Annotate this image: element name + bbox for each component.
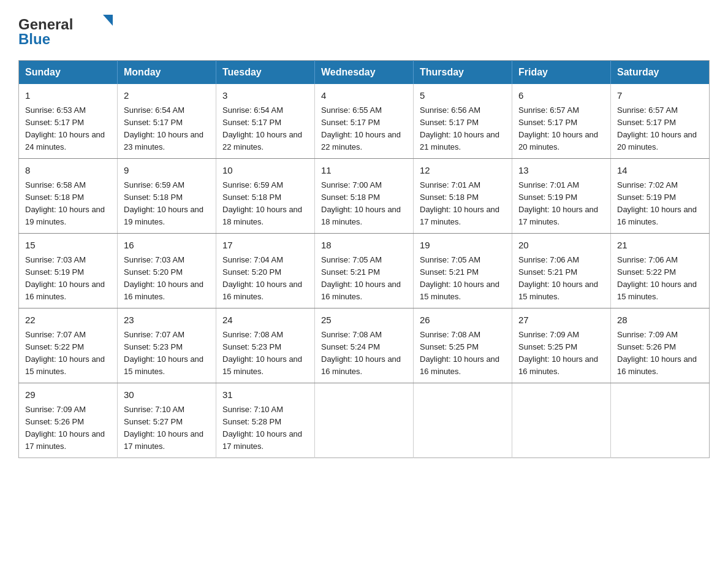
day-number: 6 xyxy=(518,89,604,103)
day-number: 20 xyxy=(518,239,604,253)
day-info: Sunrise: 7:00 AMSunset: 5:18 PMDaylight:… xyxy=(321,180,401,226)
day-info: Sunrise: 7:05 AMSunset: 5:21 PMDaylight:… xyxy=(420,255,499,301)
calendar-week-row: 29Sunrise: 7:09 AMSunset: 5:26 PMDayligh… xyxy=(19,383,710,458)
calendar-cell: 17Sunrise: 7:04 AMSunset: 5:20 PMDayligh… xyxy=(216,234,315,308)
day-info: Sunrise: 6:54 AMSunset: 5:17 PMDaylight:… xyxy=(222,105,302,151)
day-info: Sunrise: 6:53 AMSunset: 5:17 PMDaylight:… xyxy=(25,105,105,151)
calendar-cell: 11Sunrise: 7:00 AMSunset: 5:18 PMDayligh… xyxy=(315,159,414,234)
calendar-cell xyxy=(315,383,414,458)
day-info: Sunrise: 7:03 AMSunset: 5:20 PMDaylight:… xyxy=(124,255,203,301)
logo-svg: General Blue xyxy=(18,12,116,49)
day-info: Sunrise: 6:55 AMSunset: 5:17 PMDaylight:… xyxy=(321,105,401,151)
col-header-friday: Friday xyxy=(512,61,611,85)
col-header-monday: Monday xyxy=(118,61,216,85)
day-number: 15 xyxy=(25,239,111,253)
day-info: Sunrise: 6:57 AMSunset: 5:17 PMDaylight:… xyxy=(518,105,598,151)
calendar-cell: 25Sunrise: 7:08 AMSunset: 5:24 PMDayligh… xyxy=(315,308,414,383)
day-number: 19 xyxy=(420,239,506,253)
calendar-cell: 22Sunrise: 7:07 AMSunset: 5:22 PMDayligh… xyxy=(19,308,118,383)
day-info: Sunrise: 6:54 AMSunset: 5:17 PMDaylight:… xyxy=(124,105,203,151)
calendar-cell: 5Sunrise: 6:56 AMSunset: 5:17 PMDaylight… xyxy=(414,84,512,159)
calendar-cell: 29Sunrise: 7:09 AMSunset: 5:26 PMDayligh… xyxy=(19,383,118,458)
logo: General Blue xyxy=(18,12,116,49)
day-number: 29 xyxy=(25,388,111,402)
svg-text:Blue: Blue xyxy=(18,31,50,47)
day-info: Sunrise: 7:09 AMSunset: 5:26 PMDaylight:… xyxy=(25,405,105,451)
day-number: 27 xyxy=(518,313,604,327)
col-header-thursday: Thursday xyxy=(414,61,512,85)
calendar-cell: 18Sunrise: 7:05 AMSunset: 5:21 PMDayligh… xyxy=(315,234,414,308)
day-number: 28 xyxy=(617,313,703,327)
day-info: Sunrise: 7:08 AMSunset: 5:25 PMDaylight:… xyxy=(420,330,499,376)
calendar-cell: 31Sunrise: 7:10 AMSunset: 5:28 PMDayligh… xyxy=(216,383,315,458)
day-number: 18 xyxy=(321,239,407,253)
day-number: 8 xyxy=(25,164,111,178)
calendar-week-row: 22Sunrise: 7:07 AMSunset: 5:22 PMDayligh… xyxy=(19,308,710,383)
calendar-cell: 6Sunrise: 6:57 AMSunset: 5:17 PMDaylight… xyxy=(512,84,611,159)
calendar-cell: 3Sunrise: 6:54 AMSunset: 5:17 PMDaylight… xyxy=(216,84,315,159)
day-info: Sunrise: 7:03 AMSunset: 5:19 PMDaylight:… xyxy=(25,255,105,301)
day-number: 12 xyxy=(420,164,506,178)
calendar-table: SundayMondayTuesdayWednesdayThursdayFrid… xyxy=(18,60,710,458)
calendar-cell: 23Sunrise: 7:07 AMSunset: 5:23 PMDayligh… xyxy=(118,308,216,383)
svg-text:General: General xyxy=(18,16,73,33)
calendar-cell: 4Sunrise: 6:55 AMSunset: 5:17 PMDaylight… xyxy=(315,84,414,159)
calendar-cell: 20Sunrise: 7:06 AMSunset: 5:21 PMDayligh… xyxy=(512,234,611,308)
day-info: Sunrise: 7:01 AMSunset: 5:19 PMDaylight:… xyxy=(518,180,598,226)
calendar-cell: 10Sunrise: 6:59 AMSunset: 5:18 PMDayligh… xyxy=(216,159,315,234)
day-info: Sunrise: 6:56 AMSunset: 5:17 PMDaylight:… xyxy=(420,105,499,151)
calendar-header-row: SundayMondayTuesdayWednesdayThursdayFrid… xyxy=(19,61,710,85)
day-number: 23 xyxy=(124,313,210,327)
day-number: 4 xyxy=(321,89,407,103)
calendar-cell xyxy=(414,383,512,458)
col-header-tuesday: Tuesday xyxy=(216,61,315,85)
day-number: 21 xyxy=(617,239,703,253)
calendar-cell: 21Sunrise: 7:06 AMSunset: 5:22 PMDayligh… xyxy=(611,234,710,308)
day-number: 7 xyxy=(617,89,703,103)
calendar-cell: 24Sunrise: 7:08 AMSunset: 5:23 PMDayligh… xyxy=(216,308,315,383)
calendar-cell: 2Sunrise: 6:54 AMSunset: 5:17 PMDaylight… xyxy=(118,84,216,159)
calendar-cell: 12Sunrise: 7:01 AMSunset: 5:18 PMDayligh… xyxy=(414,159,512,234)
calendar-cell: 7Sunrise: 6:57 AMSunset: 5:17 PMDaylight… xyxy=(611,84,710,159)
day-number: 26 xyxy=(420,313,506,327)
calendar-cell: 1Sunrise: 6:53 AMSunset: 5:17 PMDaylight… xyxy=(19,84,118,159)
day-info: Sunrise: 6:58 AMSunset: 5:18 PMDaylight:… xyxy=(25,180,105,226)
day-info: Sunrise: 6:57 AMSunset: 5:17 PMDaylight:… xyxy=(617,105,697,151)
day-info: Sunrise: 7:07 AMSunset: 5:23 PMDaylight:… xyxy=(124,330,203,376)
col-header-wednesday: Wednesday xyxy=(315,61,414,85)
page-header: General Blue xyxy=(18,12,710,49)
day-number: 9 xyxy=(124,164,210,178)
calendar-cell: 28Sunrise: 7:09 AMSunset: 5:26 PMDayligh… xyxy=(611,308,710,383)
calendar-cell: 30Sunrise: 7:10 AMSunset: 5:27 PMDayligh… xyxy=(118,383,216,458)
day-info: Sunrise: 7:04 AMSunset: 5:20 PMDaylight:… xyxy=(222,255,302,301)
day-info: Sunrise: 6:59 AMSunset: 5:18 PMDaylight:… xyxy=(124,180,203,226)
day-number: 3 xyxy=(222,89,308,103)
day-info: Sunrise: 7:06 AMSunset: 5:21 PMDaylight:… xyxy=(518,255,598,301)
calendar-cell: 26Sunrise: 7:08 AMSunset: 5:25 PMDayligh… xyxy=(414,308,512,383)
day-number: 22 xyxy=(25,313,111,327)
day-info: Sunrise: 7:02 AMSunset: 5:19 PMDaylight:… xyxy=(617,180,697,226)
day-number: 30 xyxy=(124,388,210,402)
col-header-sunday: Sunday xyxy=(19,61,118,85)
calendar-cell: 15Sunrise: 7:03 AMSunset: 5:19 PMDayligh… xyxy=(19,234,118,308)
calendar-week-row: 8Sunrise: 6:58 AMSunset: 5:18 PMDaylight… xyxy=(19,159,710,234)
svg-marker-1 xyxy=(103,15,113,26)
calendar-cell: 19Sunrise: 7:05 AMSunset: 5:21 PMDayligh… xyxy=(414,234,512,308)
day-number: 16 xyxy=(124,239,210,253)
day-info: Sunrise: 7:08 AMSunset: 5:23 PMDaylight:… xyxy=(222,330,302,376)
day-number: 14 xyxy=(617,164,703,178)
calendar-cell xyxy=(611,383,710,458)
day-info: Sunrise: 7:08 AMSunset: 5:24 PMDaylight:… xyxy=(321,330,401,376)
col-header-saturday: Saturday xyxy=(611,61,710,85)
calendar-cell: 16Sunrise: 7:03 AMSunset: 5:20 PMDayligh… xyxy=(118,234,216,308)
day-info: Sunrise: 7:10 AMSunset: 5:27 PMDaylight:… xyxy=(124,405,203,451)
calendar-cell: 13Sunrise: 7:01 AMSunset: 5:19 PMDayligh… xyxy=(512,159,611,234)
day-info: Sunrise: 6:59 AMSunset: 5:18 PMDaylight:… xyxy=(222,180,302,226)
calendar-cell: 9Sunrise: 6:59 AMSunset: 5:18 PMDaylight… xyxy=(118,159,216,234)
day-info: Sunrise: 7:05 AMSunset: 5:21 PMDaylight:… xyxy=(321,255,401,301)
day-info: Sunrise: 7:06 AMSunset: 5:22 PMDaylight:… xyxy=(617,255,697,301)
day-info: Sunrise: 7:10 AMSunset: 5:28 PMDaylight:… xyxy=(222,405,302,451)
day-number: 5 xyxy=(420,89,506,103)
day-number: 2 xyxy=(124,89,210,103)
day-number: 31 xyxy=(222,388,308,402)
